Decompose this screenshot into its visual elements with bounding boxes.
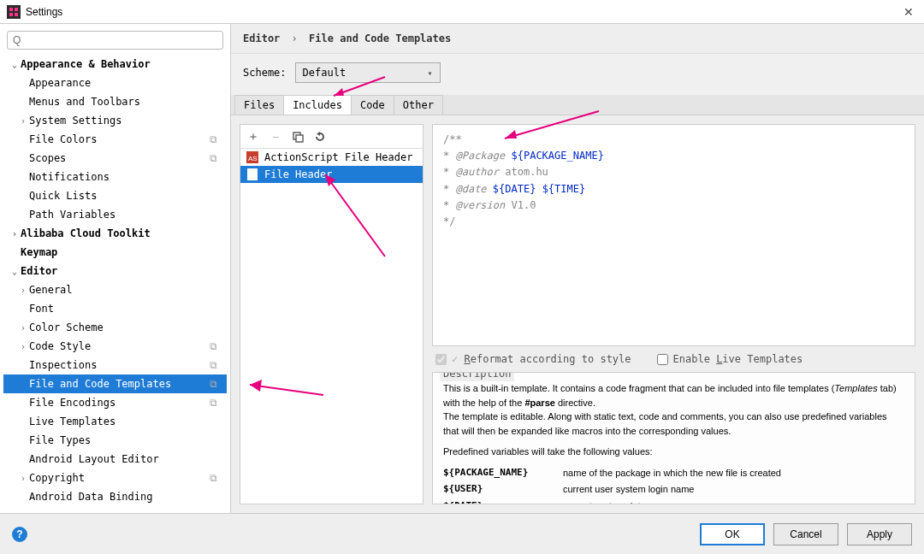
copy-button[interactable] [290, 129, 305, 144]
tree-item[interactable]: ›Alibaba Cloud Toolkit [3, 224, 227, 243]
svg-rect-0 [7, 5, 21, 19]
template-item[interactable]: File Header [240, 166, 423, 183]
tree-item[interactable]: Font [3, 299, 227, 318]
content-pane: Editor › File and Code Templates Scheme:… [231, 24, 924, 513]
breadcrumb: Editor › File and Code Templates [231, 24, 924, 54]
reformat-checkbox[interactable]: ✓ Reformat according to style [435, 353, 631, 365]
var-key: ${DATE} [443, 499, 563, 505]
cancel-button[interactable]: Cancel [773, 523, 838, 545]
breadcrumb-sep-icon: › [292, 32, 298, 44]
app-logo-icon [7, 5, 21, 19]
tree-item[interactable]: Menus and Toolbars [3, 92, 227, 111]
tab-files[interactable]: Files [234, 95, 284, 115]
var-desc: current system date [563, 499, 904, 505]
settings-tree[interactable]: ⌄Appearance & BehaviorAppearanceMenus an… [0, 55, 230, 506]
tree-item[interactable]: ›Color Scheme [3, 318, 227, 337]
tree-item[interactable]: File Encodings⧉ [3, 393, 227, 412]
close-icon[interactable]: ✕ [900, 5, 917, 19]
scheme-label: Scheme: [243, 67, 287, 79]
breadcrumb-leaf: File and Code Templates [309, 32, 451, 44]
scheme-select[interactable]: Default ▾ [295, 62, 441, 83]
tab-includes[interactable]: Includes [283, 95, 352, 115]
add-button[interactable]: ＋ [246, 129, 261, 144]
copy-icon: ⧉ [210, 359, 222, 371]
help-button[interactable]: ? [12, 527, 27, 542]
var-desc: current user system login name [563, 482, 904, 497]
copy-icon: ⧉ [210, 397, 222, 409]
tab-code[interactable]: Code [351, 95, 394, 115]
svg-rect-5 [247, 168, 258, 180]
template-toolbar: ＋ − [240, 125, 423, 149]
tree-item[interactable]: ›General [3, 280, 227, 299]
breadcrumb-root: Editor [243, 32, 280, 44]
tree-item[interactable]: Path Variables [3, 205, 227, 224]
template-item[interactable]: ASActionScript File Header [240, 149, 423, 166]
tree-item[interactable]: Inspections⧉ [3, 356, 227, 374]
scheme-value: Default [303, 67, 346, 79]
dialog-footer: ? OK Cancel Apply [0, 513, 924, 554]
description-legend: Description [440, 372, 514, 381]
description-panel: Description This is a built-in template.… [432, 372, 915, 504]
tree-item[interactable]: ›Code Style⧉ [3, 337, 227, 356]
tree-item[interactable]: Keymap [3, 243, 227, 262]
tree-item[interactable]: Notifications [3, 168, 227, 186]
svg-text:AS: AS [248, 155, 258, 162]
var-key: ${USER} [443, 482, 563, 497]
var-key: ${PACKAGE_NAME} [443, 466, 563, 480]
template-tabs: FilesIncludesCodeOther [231, 95, 924, 115]
template-list-pane: ＋ − ASActionScript File HeaderFile Heade… [240, 124, 424, 504]
actionscript-icon: AS [246, 151, 259, 163]
tree-item[interactable]: Appearance [3, 74, 227, 92]
settings-sidebar: ⌄Appearance & BehaviorAppearanceMenus an… [0, 24, 231, 513]
revert-button[interactable] [312, 129, 328, 144]
copy-icon: ⧉ [210, 472, 222, 484]
tree-item[interactable]: Live Templates [3, 412, 227, 431]
tree-item[interactable]: Scopes⧉ [3, 149, 227, 168]
ok-button[interactable]: OK [700, 523, 765, 545]
tree-item[interactable]: File Types [3, 431, 227, 450]
copy-icon: ⧉ [210, 340, 222, 352]
search-input[interactable] [7, 31, 223, 50]
tree-item[interactable]: File and Code Templates⧉ [3, 374, 227, 393]
apply-button[interactable]: Apply [847, 523, 912, 545]
tree-item[interactable]: ⌄Appearance & Behavior [3, 55, 227, 74]
remove-button[interactable]: − [268, 129, 283, 144]
tab-other[interactable]: Other [394, 95, 443, 115]
window-title: Settings [26, 6, 900, 18]
tree-item[interactable]: File Colors⧉ [3, 130, 227, 149]
svg-rect-2 [296, 135, 303, 142]
template-list[interactable]: ASActionScript File HeaderFile Header [240, 149, 423, 504]
file-icon [246, 168, 259, 180]
chevron-down-icon: ▾ [428, 68, 433, 78]
tree-item[interactable]: Quick Lists [3, 186, 227, 205]
tree-item[interactable]: ›System Settings [3, 111, 227, 130]
tree-item[interactable]: ›Copyright⧉ [3, 469, 227, 487]
var-desc: name of the package in which the new fil… [563, 466, 904, 480]
live-templates-checkbox[interactable]: Enable Live Templates [657, 353, 803, 365]
tree-item[interactable]: Android Data Binding [3, 487, 227, 506]
copy-icon: ⧉ [210, 152, 222, 164]
titlebar: Settings ✕ [0, 0, 924, 24]
tree-item[interactable]: ⌄Editor [3, 262, 227, 280]
template-editor[interactable]: /** * @Package ${PACKAGE_NAME} * @author… [432, 124, 915, 346]
copy-icon: ⧉ [210, 378, 222, 390]
copy-icon: ⧉ [210, 133, 222, 145]
tree-item[interactable]: Android Layout Editor [3, 450, 227, 469]
